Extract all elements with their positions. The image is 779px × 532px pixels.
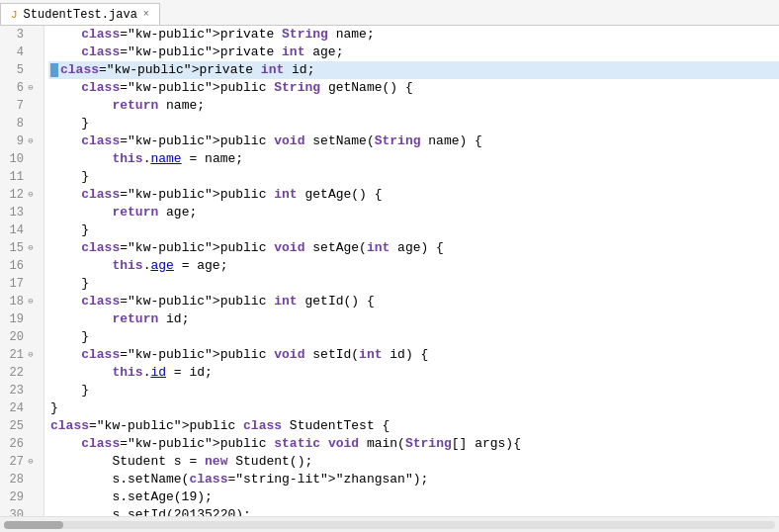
line-number-15: 15⊖ — [4, 239, 36, 257]
line-number-28: 28 — [4, 471, 36, 488]
code-line-13[interactable]: return age; — [48, 204, 779, 222]
code-line-19[interactable]: return id; — [48, 310, 779, 328]
line-number-30: 30 — [4, 506, 36, 516]
line-number-16: 16 — [4, 257, 36, 275]
tab-label: StudentTest.java — [24, 8, 137, 22]
line-number-3: 3 — [4, 26, 36, 44]
line-number-17: 17 — [4, 275, 36, 293]
code-line-6[interactable]: class="kw-public">public String getName(… — [48, 79, 779, 97]
breakpoint-indicator — [50, 63, 58, 77]
line-number-21: 21⊖ — [4, 346, 36, 364]
horizontal-scrollbar[interactable] — [4, 521, 775, 529]
line-number-19: 19 — [4, 310, 36, 328]
fold-button-line-21[interactable]: ⊖ — [26, 350, 36, 360]
code-line-12[interactable]: class="kw-public">public int getAge() { — [48, 186, 779, 204]
line-number-8: 8 — [4, 115, 36, 133]
code-line-5[interactable]: class="kw-public">private int id; — [48, 61, 779, 79]
line-number-9: 9⊖ — [4, 133, 36, 150]
code-line-9[interactable]: class="kw-public">public void setName(St… — [48, 133, 779, 150]
tab-bar: J StudentTest.java × — [0, 0, 779, 26]
code-line-28[interactable]: Student s = new Student(); — [48, 453, 779, 471]
line-number-26: 26 — [4, 435, 36, 453]
tab-close-icon[interactable]: × — [143, 9, 149, 20]
code-line-3[interactable]: class="kw-public">private String name; — [48, 26, 779, 44]
code-area[interactable]: class="kw-public">private String name; c… — [44, 26, 779, 516]
fold-button-line-12[interactable]: ⊖ — [26, 190, 36, 200]
fold-button-line-6[interactable]: ⊖ — [26, 83, 36, 93]
code-line-26[interactable]: class="kw-public">public class StudentTe… — [48, 417, 779, 435]
code-line-31[interactable]: s.setId(20135220); — [48, 506, 779, 516]
code-line-11[interactable]: } — [48, 168, 779, 186]
code-line-30[interactable]: s.setAge(19); — [48, 488, 779, 506]
horizontal-scrollbar-thumb[interactable] — [4, 521, 63, 529]
fold-button-line-27[interactable]: ⊖ — [26, 457, 36, 467]
code-line-16[interactable]: this.age = age; — [48, 257, 779, 275]
line-number-13: 13 — [4, 204, 36, 222]
line-number-27: 27⊖ — [4, 453, 36, 471]
line-number-4: 4 — [4, 44, 36, 61]
line-number-12: 12⊖ — [4, 186, 36, 204]
code-line-4[interactable]: class="kw-public">private int age; — [48, 44, 779, 61]
line-number-23: 23 — [4, 382, 36, 399]
line-number-18: 18⊖ — [4, 293, 36, 310]
line-number-10: 10 — [4, 150, 36, 168]
code-line-7[interactable]: return name; — [48, 97, 779, 115]
line-number-11: 11 — [4, 168, 36, 186]
fold-button-line-18[interactable]: ⊖ — [26, 297, 36, 307]
code-line-27[interactable]: class="kw-public">public static void mai… — [48, 435, 779, 453]
code-line-17[interactable]: } — [48, 275, 779, 293]
code-line-21[interactable]: class="kw-public">public void setId(int … — [48, 346, 779, 364]
line-number-5: 5 — [4, 61, 36, 79]
line-number-29: 29 — [4, 488, 36, 506]
line-number-25: 25 — [4, 417, 36, 435]
code-line-24[interactable]: } — [48, 399, 779, 417]
line-number-6: 6⊖ — [4, 79, 36, 97]
code-line-22[interactable]: this.id = id; — [48, 364, 779, 382]
line-numbers-gutter: 3456⊖789⊖101112⊖131415⊖161718⊖192021⊖222… — [0, 26, 44, 516]
horizontal-scrollbar-area[interactable] — [0, 516, 779, 532]
line-number-7: 7 — [4, 97, 36, 115]
code-line-29[interactable]: s.setName(class="string-lit">"zhangsan")… — [48, 471, 779, 488]
line-number-24: 24 — [4, 399, 36, 417]
fold-button-line-9[interactable]: ⊖ — [26, 136, 36, 146]
code-line-10[interactable]: this.name = name; — [48, 150, 779, 168]
code-line-14[interactable]: } — [48, 222, 779, 239]
code-line-8[interactable]: } — [48, 115, 779, 133]
tab-file-icon: J — [11, 9, 18, 21]
line-number-22: 22 — [4, 364, 36, 382]
line-number-14: 14 — [4, 222, 36, 239]
line-number-20: 20 — [4, 328, 36, 346]
code-line-15[interactable]: class="kw-public">public void setAge(int… — [48, 239, 779, 257]
editor-tab[interactable]: J StudentTest.java × — [0, 3, 160, 25]
fold-button-line-15[interactable]: ⊖ — [26, 243, 36, 253]
code-line-18[interactable]: class="kw-public">public int getId() { — [48, 293, 779, 310]
code-line-20[interactable]: } — [48, 328, 779, 346]
editor-container: 3456⊖789⊖101112⊖131415⊖161718⊖192021⊖222… — [0, 26, 779, 516]
code-line-23[interactable]: } — [48, 382, 779, 399]
